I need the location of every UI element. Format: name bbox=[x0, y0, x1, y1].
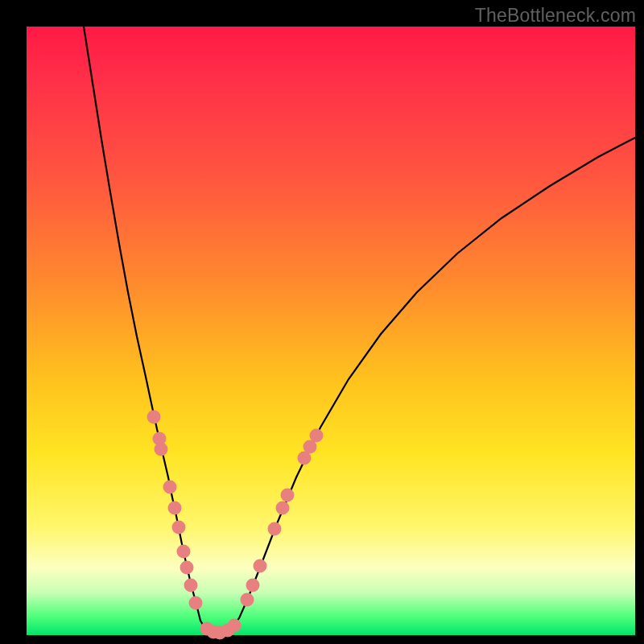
watermark-text: TheBottleneck.com bbox=[475, 5, 636, 27]
curve-layer bbox=[27, 27, 635, 635]
highlight-dot bbox=[276, 502, 290, 515]
highlight-dot bbox=[177, 545, 191, 559]
highlight-dot bbox=[241, 593, 254, 607]
highlight-dot bbox=[228, 619, 242, 633]
highlight-dot bbox=[189, 597, 203, 610]
highlight-dot bbox=[310, 429, 324, 443]
highlight-dot bbox=[172, 521, 186, 535]
highlight-dot bbox=[281, 489, 295, 502]
highlight-dot bbox=[254, 559, 267, 573]
chart-frame: TheBottleneck.com bbox=[0, 0, 644, 644]
highlight-dot bbox=[163, 481, 177, 494]
highlight-dot bbox=[268, 522, 282, 536]
highlight-dot bbox=[168, 502, 182, 515]
highlight-dot bbox=[180, 561, 194, 575]
bottleneck-curve bbox=[84, 27, 635, 634]
highlight-dot bbox=[147, 411, 161, 424]
highlight-dot bbox=[184, 579, 198, 592]
highlight-dots-group bbox=[147, 411, 324, 640]
highlight-dot bbox=[246, 579, 260, 592]
plot-area bbox=[27, 27, 635, 635]
highlight-dot bbox=[155, 443, 168, 456]
